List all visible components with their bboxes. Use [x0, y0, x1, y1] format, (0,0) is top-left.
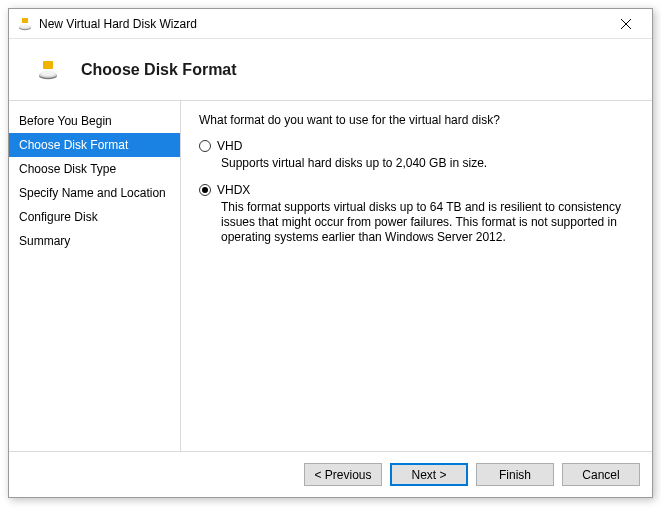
step-specify-name-location[interactable]: Specify Name and Location [9, 181, 180, 205]
step-choose-disk-format[interactable]: Choose Disk Format [9, 133, 180, 157]
previous-button[interactable]: < Previous [304, 463, 382, 486]
step-choose-disk-type[interactable]: Choose Disk Type [9, 157, 180, 181]
step-before-you-begin[interactable]: Before You Begin [9, 109, 180, 133]
wizard-footer: < Previous Next > Finish Cancel [9, 451, 652, 497]
step-sidebar: Before You Begin Choose Disk Format Choo… [9, 101, 181, 451]
svg-point-8 [41, 71, 56, 76]
option-vhdx[interactable]: VHDX This format supports virtual disks … [199, 183, 638, 245]
content-pane: What format do you want to use for the v… [181, 101, 652, 451]
app-icon [17, 16, 33, 32]
step-summary[interactable]: Summary [9, 229, 180, 253]
wizard-window: New Virtual Hard Disk Wizard Choose Disk… [8, 8, 653, 498]
option-vhdx-label: VHDX [217, 183, 250, 197]
option-vhd-description: Supports virtual hard disks up to 2,040 … [221, 156, 638, 171]
page-title: Choose Disk Format [81, 61, 237, 79]
format-prompt: What format do you want to use for the v… [199, 113, 638, 127]
titlebar: New Virtual Hard Disk Wizard [9, 9, 652, 39]
finish-button[interactable]: Finish [476, 463, 554, 486]
disk-icon [37, 59, 59, 81]
close-button[interactable] [606, 10, 646, 38]
cancel-button[interactable]: Cancel [562, 463, 640, 486]
svg-rect-3 [22, 18, 28, 23]
svg-rect-9 [43, 61, 53, 69]
svg-point-2 [20, 24, 30, 27]
option-vhdx-description: This format supports virtual disks up to… [221, 200, 638, 245]
radio-vhd[interactable] [199, 140, 211, 152]
radio-vhdx[interactable] [199, 184, 211, 196]
window-title: New Virtual Hard Disk Wizard [39, 17, 606, 31]
next-button[interactable]: Next > [390, 463, 468, 486]
option-vhd[interactable]: VHD Supports virtual hard disks up to 2,… [199, 139, 638, 171]
step-configure-disk[interactable]: Configure Disk [9, 205, 180, 229]
wizard-body: Before You Begin Choose Disk Format Choo… [9, 101, 652, 451]
option-vhd-label: VHD [217, 139, 242, 153]
wizard-header: Choose Disk Format [9, 39, 652, 101]
